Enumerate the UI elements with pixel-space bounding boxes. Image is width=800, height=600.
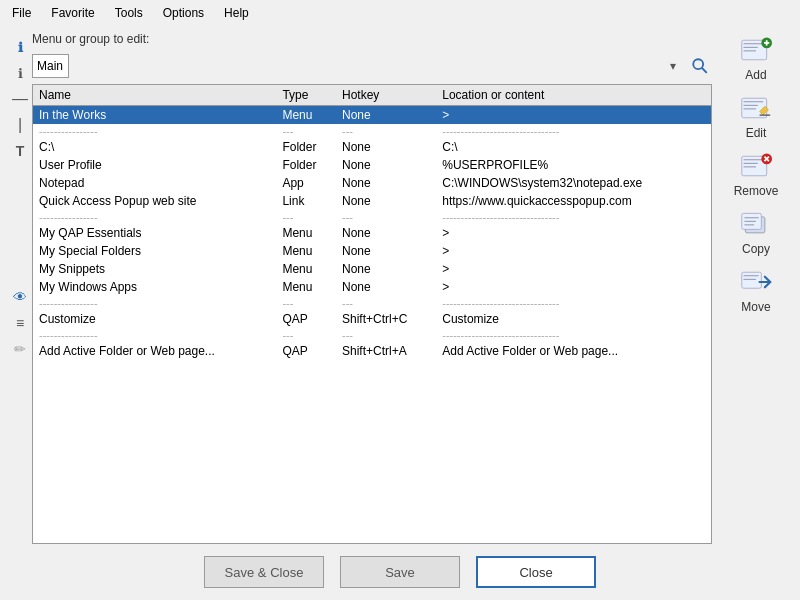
cell-name: In the Works (33, 106, 276, 125)
save-close-button[interactable]: Save & Close (204, 556, 324, 588)
cell-name: My Snippets (33, 260, 276, 278)
cell-location: > (436, 260, 711, 278)
dropdown-row: Main (32, 54, 712, 78)
cell-hotkey: --- (336, 296, 436, 310)
svg-rect-26 (742, 272, 762, 288)
table-row[interactable]: NotepadAppNoneC:\WINDOWS\system32\notepa… (33, 174, 711, 192)
cell-hotkey: None (336, 138, 436, 156)
remove-icon-svg (740, 152, 772, 180)
cell-hotkey: None (336, 224, 436, 242)
sidebar-icon-eye[interactable]: 👁 (11, 288, 29, 306)
sidebar-icon-minus[interactable]: — (11, 90, 29, 108)
cell-location: -------------------------------- (436, 328, 711, 342)
cell-type: Link (276, 192, 336, 210)
menubar-item-favorite[interactable]: Favorite (47, 4, 98, 22)
copy-label: Copy (742, 242, 770, 256)
cell-location: -------------------------------- (436, 124, 711, 138)
cell-name: Notepad (33, 174, 276, 192)
cell-location: C:\WINDOWS\system32\notepad.exe (436, 174, 711, 192)
copy-icon (738, 208, 774, 240)
cell-type: Menu (276, 106, 336, 125)
cell-name: My Special Folders (33, 242, 276, 260)
search-icon (691, 57, 709, 75)
menu-group-select[interactable]: Main (32, 54, 69, 78)
sidebar-icon-T[interactable]: T (11, 142, 29, 160)
cell-hotkey: Shift+Ctrl+A (336, 342, 436, 360)
menubar-item-options[interactable]: Options (159, 4, 208, 22)
menubar-item-file[interactable]: File (8, 4, 35, 22)
cell-hotkey: Shift+Ctrl+C (336, 310, 436, 328)
close-button[interactable]: Close (476, 556, 596, 588)
table-row[interactable]: User ProfileFolderNone%USERPROFILE% (33, 156, 711, 174)
menubar-item-tools[interactable]: Tools (111, 4, 147, 22)
cell-location: Add Active Folder or Web page... (436, 342, 711, 360)
main-window: FileFavoriteToolsOptionsHelp ℹ ℹ — | T 👁… (0, 0, 800, 600)
cell-type: Menu (276, 242, 336, 260)
move-label: Move (741, 300, 770, 314)
sidebar-icon-pipe[interactable]: | (11, 116, 29, 134)
cell-type: Menu (276, 224, 336, 242)
cell-type: --- (276, 210, 336, 224)
cell-type: App (276, 174, 336, 192)
cell-location: https://www.quickaccesspopup.com (436, 192, 711, 210)
move-icon (738, 266, 774, 298)
table-row[interactable]: In the WorksMenuNone> (33, 106, 711, 125)
sidebar-icon-layers[interactable]: ≡ (11, 314, 29, 332)
cell-name: ---------------- (33, 124, 276, 138)
table-row[interactable]: ----------------------------------------… (33, 210, 711, 224)
table-row[interactable]: My SnippetsMenuNone> (33, 260, 711, 278)
cell-type: --- (276, 296, 336, 310)
cell-hotkey: None (336, 192, 436, 210)
table-row[interactable]: C:\FolderNoneC:\ (33, 138, 711, 156)
cell-hotkey: None (336, 156, 436, 174)
cell-type: --- (276, 328, 336, 342)
cell-hotkey: None (336, 174, 436, 192)
right-sidebar: Add Edit (712, 30, 792, 544)
add-action[interactable]: Add (721, 30, 791, 86)
table-row[interactable]: Quick Access Popup web siteLinkNonehttps… (33, 192, 711, 210)
cell-name: Add Active Folder or Web page... (33, 342, 276, 360)
add-icon (738, 34, 774, 66)
table-row[interactable]: My QAP EssentialsMenuNone> (33, 224, 711, 242)
sidebar-icon-info-blue[interactable]: ℹ (11, 38, 29, 56)
sidebar-icon-pencil[interactable]: ✏ (11, 340, 29, 358)
svg-line-1 (702, 68, 706, 72)
sidebar-icon-info-outline[interactable]: ℹ (11, 64, 29, 82)
cell-location: -------------------------------- (436, 296, 711, 310)
col-type: Type (276, 85, 336, 106)
cell-type: QAP (276, 342, 336, 360)
table-row[interactable]: CustomizeQAPShift+Ctrl+CCustomize (33, 310, 711, 328)
remove-label: Remove (734, 184, 779, 198)
table-row[interactable]: ----------------------------------------… (33, 296, 711, 310)
save-button[interactable]: Save (340, 556, 460, 588)
table-row[interactable]: My Special FoldersMenuNone> (33, 242, 711, 260)
remove-action[interactable]: Remove (721, 146, 791, 202)
cell-hotkey: None (336, 106, 436, 125)
table-row[interactable]: My Windows AppsMenuNone> (33, 278, 711, 296)
col-hotkey: Hotkey (336, 85, 436, 106)
cell-location: Customize (436, 310, 711, 328)
copy-action[interactable]: Copy (721, 204, 791, 260)
cell-name: My QAP Essentials (33, 224, 276, 242)
edit-icon (738, 92, 774, 124)
edit-icon-svg (740, 94, 772, 122)
cell-name: Customize (33, 310, 276, 328)
cell-location: %USERPROFILE% (436, 156, 711, 174)
table-row[interactable]: ----------------------------------------… (33, 124, 711, 138)
table-container: Name Type Hotkey Location or content In … (32, 84, 712, 544)
cell-type: Menu (276, 278, 336, 296)
cell-name: C:\ (33, 138, 276, 156)
table-header-row: Name Type Hotkey Location or content (33, 85, 711, 106)
add-label: Add (745, 68, 766, 82)
dropdown-label: Menu or group to edit: (32, 30, 712, 48)
table-row[interactable]: ----------------------------------------… (33, 328, 711, 342)
cell-hotkey: None (336, 260, 436, 278)
search-button[interactable] (688, 54, 712, 78)
move-action[interactable]: Move (721, 262, 791, 318)
cell-hotkey: --- (336, 124, 436, 138)
table-row[interactable]: Add Active Folder or Web page...QAPShift… (33, 342, 711, 360)
cell-location: > (436, 224, 711, 242)
cell-hotkey: --- (336, 210, 436, 224)
edit-action[interactable]: Edit (721, 88, 791, 144)
menubar-item-help[interactable]: Help (220, 4, 253, 22)
